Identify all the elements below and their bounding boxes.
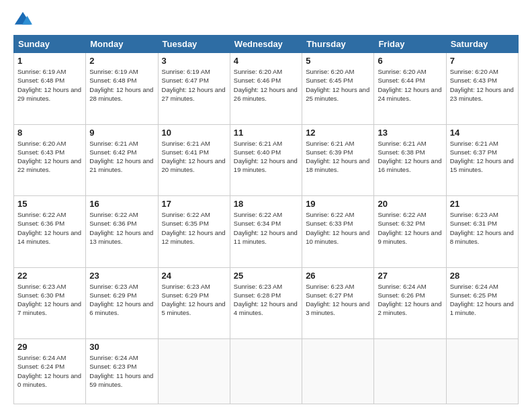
logo-icon — [13, 11, 32, 30]
header — [13, 11, 519, 30]
day-number: 23 — [89, 271, 154, 281]
day-number: 9 — [89, 128, 154, 138]
day-info: Sunrise: 6:22 AMSunset: 6:32 PMDaylight:… — [378, 211, 441, 245]
day-info: Sunrise: 6:19 AMSunset: 6:48 PMDaylight:… — [17, 68, 81, 102]
day-number: 19 — [306, 199, 370, 209]
day-number: 1 — [17, 56, 82, 66]
day-info: Sunrise: 6:24 AMSunset: 6:25 PMDaylight:… — [450, 283, 514, 317]
calendar-cell: 1Sunrise: 6:19 AMSunset: 6:48 PMDaylight… — [14, 53, 86, 125]
calendar-cell: 3Sunrise: 6:19 AMSunset: 6:47 PMDaylight… — [158, 53, 230, 125]
calendar-cell: 12Sunrise: 6:21 AMSunset: 6:39 PMDayligh… — [302, 124, 374, 196]
day-info: Sunrise: 6:23 AMSunset: 6:30 PMDaylight:… — [17, 283, 81, 317]
day-info: Sunrise: 6:24 AMSunset: 6:23 PMDaylight:… — [89, 354, 153, 388]
calendar-cell: 9Sunrise: 6:21 AMSunset: 6:42 PMDaylight… — [86, 124, 158, 196]
day-info: Sunrise: 6:20 AMSunset: 6:45 PMDaylight:… — [306, 68, 369, 102]
day-info: Sunrise: 6:20 AMSunset: 6:44 PMDaylight:… — [378, 68, 441, 102]
day-info: Sunrise: 6:22 AMSunset: 6:35 PMDaylight:… — [162, 211, 226, 245]
week-row: 29Sunrise: 6:24 AMSunset: 6:24 PMDayligh… — [14, 339, 519, 404]
calendar-cell — [230, 339, 302, 404]
day-number: 5 — [306, 56, 370, 66]
day-info: Sunrise: 6:21 AMSunset: 6:39 PMDaylight:… — [306, 140, 369, 174]
day-number: 3 — [162, 56, 226, 66]
calendar-cell: 28Sunrise: 6:24 AMSunset: 6:25 PMDayligh… — [446, 267, 518, 339]
calendar-cell: 8Sunrise: 6:20 AMSunset: 6:43 PMDaylight… — [14, 124, 86, 196]
week-row: 1Sunrise: 6:19 AMSunset: 6:48 PMDaylight… — [14, 53, 519, 125]
calendar-cell — [302, 339, 374, 404]
calendar-cell: 24Sunrise: 6:23 AMSunset: 6:29 PMDayligh… — [158, 267, 230, 339]
day-info: Sunrise: 6:19 AMSunset: 6:48 PMDaylight:… — [89, 68, 153, 102]
day-info: Sunrise: 6:23 AMSunset: 6:29 PMDaylight:… — [89, 283, 153, 317]
calendar-cell: 22Sunrise: 6:23 AMSunset: 6:30 PMDayligh… — [14, 267, 86, 339]
calendar-cell: 4Sunrise: 6:20 AMSunset: 6:46 PMDaylight… — [230, 53, 302, 125]
day-number: 21 — [450, 199, 515, 209]
calendar-cell: 20Sunrise: 6:22 AMSunset: 6:32 PMDayligh… — [374, 196, 446, 268]
calendar-cell: 17Sunrise: 6:22 AMSunset: 6:35 PMDayligh… — [158, 196, 230, 268]
calendar-cell: 7Sunrise: 6:20 AMSunset: 6:43 PMDaylight… — [446, 53, 518, 125]
day-number: 2 — [89, 56, 154, 66]
day-number: 22 — [17, 271, 82, 281]
calendar-cell: 30Sunrise: 6:24 AMSunset: 6:23 PMDayligh… — [86, 339, 158, 404]
day-number: 15 — [17, 199, 82, 209]
day-number: 25 — [234, 271, 298, 281]
logo — [13, 11, 35, 30]
page: SundayMondayTuesdayWednesdayThursdayFrid… — [0, 0, 532, 411]
day-info: Sunrise: 6:19 AMSunset: 6:47 PMDaylight:… — [162, 68, 226, 102]
day-info: Sunrise: 6:23 AMSunset: 6:29 PMDaylight:… — [162, 283, 226, 317]
calendar-cell: 13Sunrise: 6:21 AMSunset: 6:38 PMDayligh… — [374, 124, 446, 196]
day-info: Sunrise: 6:21 AMSunset: 6:37 PMDaylight:… — [450, 140, 514, 174]
day-info: Sunrise: 6:23 AMSunset: 6:27 PMDaylight:… — [306, 283, 369, 317]
calendar-cell — [158, 339, 230, 404]
week-row: 15Sunrise: 6:22 AMSunset: 6:36 PMDayligh… — [14, 196, 519, 268]
day-number: 29 — [17, 342, 82, 352]
day-number: 4 — [234, 56, 298, 66]
day-number: 11 — [234, 128, 298, 138]
day-number: 16 — [89, 199, 154, 209]
day-number: 27 — [378, 271, 442, 281]
day-number: 17 — [162, 199, 226, 209]
day-header-sunday: Sunday — [14, 36, 86, 53]
day-number: 20 — [378, 199, 442, 209]
day-header-saturday: Saturday — [446, 36, 518, 53]
calendar-cell: 29Sunrise: 6:24 AMSunset: 6:24 PMDayligh… — [14, 339, 86, 404]
day-header-friday: Friday — [374, 36, 446, 53]
week-row: 8Sunrise: 6:20 AMSunset: 6:43 PMDaylight… — [14, 124, 519, 196]
day-info: Sunrise: 6:21 AMSunset: 6:40 PMDaylight:… — [234, 140, 298, 174]
day-header-wednesday: Wednesday — [230, 36, 302, 53]
calendar-cell: 14Sunrise: 6:21 AMSunset: 6:37 PMDayligh… — [446, 124, 518, 196]
calendar-cell: 6Sunrise: 6:20 AMSunset: 6:44 PMDaylight… — [374, 53, 446, 125]
calendar-cell: 21Sunrise: 6:23 AMSunset: 6:31 PMDayligh… — [446, 196, 518, 268]
day-header-monday: Monday — [86, 36, 158, 53]
day-number: 8 — [17, 128, 82, 138]
day-info: Sunrise: 6:23 AMSunset: 6:31 PMDaylight:… — [450, 211, 514, 245]
day-number: 28 — [450, 271, 515, 281]
day-info: Sunrise: 6:23 AMSunset: 6:28 PMDaylight:… — [234, 283, 298, 317]
day-number: 10 — [162, 128, 226, 138]
day-number: 26 — [306, 271, 370, 281]
day-number: 13 — [378, 128, 442, 138]
calendar-cell: 19Sunrise: 6:22 AMSunset: 6:33 PMDayligh… — [302, 196, 374, 268]
day-info: Sunrise: 6:22 AMSunset: 6:34 PMDaylight:… — [234, 211, 298, 245]
day-header-tuesday: Tuesday — [158, 36, 230, 53]
calendar-cell — [374, 339, 446, 404]
calendar-cell: 16Sunrise: 6:22 AMSunset: 6:36 PMDayligh… — [86, 196, 158, 268]
day-info: Sunrise: 6:21 AMSunset: 6:41 PMDaylight:… — [162, 140, 226, 174]
day-number: 12 — [306, 128, 370, 138]
day-info: Sunrise: 6:22 AMSunset: 6:36 PMDaylight:… — [89, 211, 153, 245]
day-number: 6 — [378, 56, 442, 66]
day-header-thursday: Thursday — [302, 36, 374, 53]
calendar-cell: 26Sunrise: 6:23 AMSunset: 6:27 PMDayligh… — [302, 267, 374, 339]
day-info: Sunrise: 6:22 AMSunset: 6:33 PMDaylight:… — [306, 211, 369, 245]
calendar-cell: 25Sunrise: 6:23 AMSunset: 6:28 PMDayligh… — [230, 267, 302, 339]
day-info: Sunrise: 6:21 AMSunset: 6:38 PMDaylight:… — [378, 140, 441, 174]
day-info: Sunrise: 6:22 AMSunset: 6:36 PMDaylight:… — [17, 211, 81, 245]
calendar-cell: 27Sunrise: 6:24 AMSunset: 6:26 PMDayligh… — [374, 267, 446, 339]
day-number: 24 — [162, 271, 226, 281]
calendar-cell: 10Sunrise: 6:21 AMSunset: 6:41 PMDayligh… — [158, 124, 230, 196]
day-info: Sunrise: 6:20 AMSunset: 6:46 PMDaylight:… — [234, 68, 298, 102]
day-number: 7 — [450, 56, 515, 66]
calendar-cell: 11Sunrise: 6:21 AMSunset: 6:40 PMDayligh… — [230, 124, 302, 196]
calendar-cell: 5Sunrise: 6:20 AMSunset: 6:45 PMDaylight… — [302, 53, 374, 125]
calendar-table: SundayMondayTuesdayWednesdayThursdayFrid… — [13, 35, 519, 404]
day-info: Sunrise: 6:24 AMSunset: 6:26 PMDaylight:… — [378, 283, 441, 317]
calendar-cell: 2Sunrise: 6:19 AMSunset: 6:48 PMDaylight… — [86, 53, 158, 125]
